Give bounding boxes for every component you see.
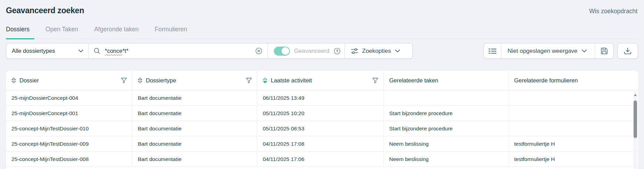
column-header-gerelateerde-formulieren: Gerelateerde formulieren <box>509 71 638 90</box>
search-input[interactable]: *conce*t* <box>105 48 251 54</box>
results-table: Dossier Dossiertype Laatste activiteit <box>6 71 638 169</box>
filter-icon[interactable] <box>121 78 127 83</box>
svg-text:?: ? <box>336 49 338 53</box>
download-button[interactable] <box>617 43 638 59</box>
search-group: Alle dossiertypes *conce*t* Geavanceerd … <box>6 43 413 59</box>
cell-laatste-activiteit: 06/11/2025 13:49 <box>257 90 384 105</box>
tab-open-taken[interactable]: Open Taken <box>45 25 78 39</box>
dossiertype-select[interactable]: Alle dossiertypes <box>6 43 89 58</box>
cell-dossiertype: Bart documentatie <box>132 152 257 167</box>
toggle-knob <box>282 47 289 55</box>
cell-gerelateerde-formulieren: testformuliertje H <box>509 152 638 167</box>
table-row[interactable]: 25-concept-MijnTestDossier-008 Bart docu… <box>6 152 638 167</box>
tab-afgeronde-taken[interactable]: Afgeronde taken <box>94 25 139 39</box>
cell-gerelateerde-formulieren: testformuliertje H <box>509 136 638 151</box>
cell-dossier: 25-concept-MijnTestDossier-008 <box>6 152 132 167</box>
save-icon <box>601 47 608 55</box>
cell-dossiertype: Bart documentatie <box>132 90 257 105</box>
page-title: Geavanceerd zoeken <box>6 6 84 15</box>
table-row[interactable]: 25-mijnDossierConcept-001 Bart documenta… <box>6 106 638 121</box>
search-icon <box>94 48 100 54</box>
chevron-down-icon <box>78 49 84 53</box>
column-label: Dossiertype <box>146 77 176 84</box>
filter-icon[interactable] <box>372 78 378 83</box>
view-group: Niet opgeslagen weergave <box>483 43 614 59</box>
column-label: Gerelateerde taken <box>389 77 438 84</box>
column-header-dossiertype[interactable]: Dossiertype <box>132 71 257 90</box>
table-row[interactable]: 25-concept-MijnTestDossier-009 Bart docu… <box>6 136 638 152</box>
cell-laatste-activiteit: 04/11/2025 17:06 <box>257 152 384 167</box>
column-label: Dossier <box>19 77 39 84</box>
sort-icon[interactable] <box>138 78 142 83</box>
tab-dossiers[interactable]: Dossiers <box>6 25 30 39</box>
clear-search-link[interactable]: Wis zoekopdracht <box>589 8 637 15</box>
table-row[interactable]: 25-concept-MijnTestDossier-010 Bart docu… <box>6 121 638 136</box>
cell-gerelateerde-taken <box>384 90 509 105</box>
list-density-icon <box>488 48 496 54</box>
tab-bar: Dossiers Open Taken Afgeronde taken Form… <box>6 25 638 39</box>
view-select-value: Niet opgeslagen weergave <box>508 48 577 55</box>
search-field[interactable]: *conce*t* <box>89 43 267 58</box>
table-row[interactable]: 25-mijnDossierConcept-004 Bart documenta… <box>6 90 638 106</box>
scrollbar-thumb[interactable] <box>634 100 637 138</box>
row-density-button[interactable] <box>484 43 501 58</box>
table-scrollbar[interactable] <box>633 91 637 169</box>
zoekopties-button[interactable]: Zoekopties <box>344 43 412 58</box>
download-icon <box>624 47 632 55</box>
cell-dossiertype: Bart documentatie <box>132 121 257 136</box>
chevron-down-icon <box>582 49 588 53</box>
cell-laatste-activiteit: 04/11/2025 17:08 <box>257 136 384 151</box>
column-label: Laatste activiteit <box>271 77 312 84</box>
tab-formulieren[interactable]: Formulieren <box>155 25 187 39</box>
filter-icon[interactable] <box>246 78 252 83</box>
cell-gerelateerde-taken: Neem beslissing <box>384 152 509 167</box>
cell-dossiertype: Bart documentatie <box>132 106 257 121</box>
cell-laatste-activiteit: 05/11/2025 08:53 <box>257 121 384 136</box>
dossiertype-select-value: Alle dossiertypes <box>12 48 55 54</box>
advanced-toggle[interactable] <box>274 47 290 56</box>
column-header-gerelateerde-taken: Gerelateerde taken <box>384 71 509 90</box>
scroll-up-arrow-icon[interactable] <box>634 94 637 96</box>
cell-gerelateerde-formulieren <box>509 121 638 136</box>
cell-gerelateerde-formulieren <box>509 90 638 105</box>
chevron-down-icon <box>395 49 400 53</box>
cell-gerelateerde-taken: Start bijzondere procedure <box>384 121 509 136</box>
cell-dossier: 25-mijnDossierConcept-001 <box>6 106 132 121</box>
cell-gerelateerde-taken: Neem beslissing <box>384 136 509 151</box>
view-tools: Niet opgeslagen weergave <box>483 43 638 59</box>
cell-dossier: 25-concept-MijnTestDossier-009 <box>6 136 132 151</box>
cell-gerelateerde-taken: Start bijzondere procedure <box>384 106 509 121</box>
sort-desc-active-icon[interactable] <box>263 78 267 83</box>
column-label: Gerelateerde formulieren <box>514 77 578 84</box>
view-select[interactable]: Niet opgeslagen weergave <box>501 43 595 58</box>
filter-bar: Alle dossiertypes *conce*t* Geavanceerd … <box>6 43 638 59</box>
help-icon[interactable]: ? <box>334 48 341 55</box>
column-header-laatste-activiteit[interactable]: Laatste activiteit <box>257 71 384 90</box>
column-header-dossier[interactable]: Dossier <box>6 71 132 90</box>
cell-laatste-activiteit: 05/11/2025 10:20 <box>257 106 384 121</box>
table-body: 25-mijnDossierConcept-004 Bart documenta… <box>6 90 638 167</box>
save-view-button[interactable] <box>595 43 613 58</box>
advanced-section: Geavanceerd ? <box>267 43 344 58</box>
clear-input-icon[interactable] <box>255 47 262 55</box>
cell-dossiertype: Bart documentatie <box>132 136 257 151</box>
cell-gerelateerde-formulieren <box>509 106 638 121</box>
table-header: Dossier Dossiertype Laatste activiteit <box>6 71 638 90</box>
cell-dossier: 25-mijnDossierConcept-004 <box>6 90 132 105</box>
sliders-icon <box>351 48 358 54</box>
advanced-toggle-label: Geavanceerd <box>294 48 329 55</box>
sort-icon[interactable] <box>11 78 16 83</box>
cell-dossier: 25-concept-MijnTestDossier-010 <box>6 121 132 136</box>
zoekopties-label: Zoekopties <box>362 48 391 55</box>
